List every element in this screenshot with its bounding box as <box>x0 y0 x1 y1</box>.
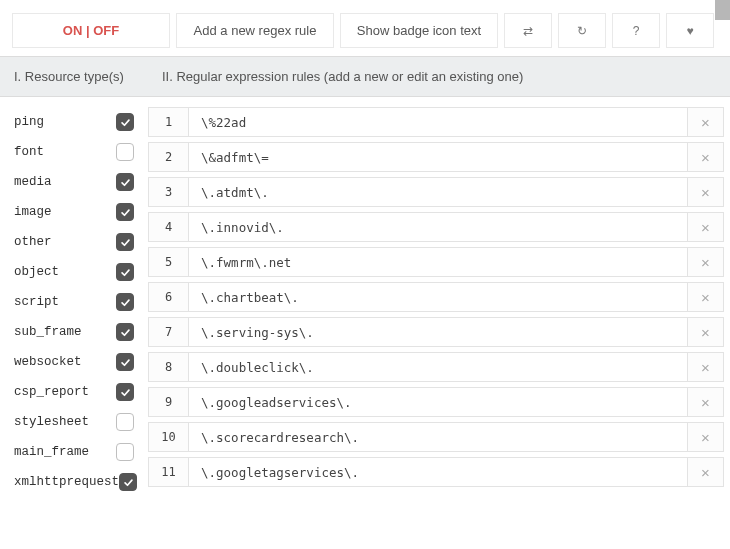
rule-number: 10 <box>149 423 189 451</box>
resource-type-checkbox[interactable] <box>116 443 134 461</box>
resource-type-row: object <box>10 257 138 287</box>
resource-type-checkbox[interactable] <box>116 263 134 281</box>
close-icon: × <box>701 464 710 481</box>
check-icon <box>120 297 131 308</box>
reload-button[interactable]: ⇄ <box>504 13 552 48</box>
reset-button[interactable]: ↻ <box>558 13 606 48</box>
resource-type-row: stylesheet <box>10 407 138 437</box>
resource-type-checkbox[interactable] <box>116 353 134 371</box>
rule-number: 4 <box>149 213 189 241</box>
close-icon: × <box>701 254 710 271</box>
delete-rule-button[interactable]: × <box>687 423 723 451</box>
resource-type-row: other <box>10 227 138 257</box>
add-regex-rule-button[interactable]: Add a new regex rule <box>176 13 334 48</box>
regex-rule-row: 6\.chartbeat\.× <box>148 282 724 312</box>
check-icon <box>120 387 131 398</box>
rule-pattern[interactable]: \.serving-sys\. <box>189 318 687 346</box>
close-icon: × <box>701 359 710 376</box>
resource-type-row: sub_frame <box>10 317 138 347</box>
reload-icon: ↻ <box>577 24 587 38</box>
check-icon <box>120 267 131 278</box>
resource-type-label: other <box>14 235 52 249</box>
resource-type-label: media <box>14 175 52 189</box>
section-header-resource-types: I. Resource type(s) <box>14 69 162 84</box>
rule-pattern[interactable]: \%22ad <box>189 108 687 136</box>
delete-rule-button[interactable]: × <box>687 143 723 171</box>
close-icon: × <box>701 114 710 131</box>
resource-type-row: main_frame <box>10 437 138 467</box>
delete-rule-button[interactable]: × <box>687 213 723 241</box>
resource-type-row: csp_report <box>10 377 138 407</box>
rule-pattern[interactable]: \.innovid\. <box>189 213 687 241</box>
regex-rule-row: 4\.innovid\.× <box>148 212 724 242</box>
resource-type-checkbox[interactable] <box>116 293 134 311</box>
check-icon <box>120 117 131 128</box>
rule-pattern[interactable]: \.chartbeat\. <box>189 283 687 311</box>
resource-type-checkbox[interactable] <box>116 413 134 431</box>
rule-pattern[interactable]: \.googleadservices\. <box>189 388 687 416</box>
rule-pattern[interactable]: \.scorecardresearch\. <box>189 423 687 451</box>
resource-type-row: websocket <box>10 347 138 377</box>
resource-type-label: sub_frame <box>14 325 82 339</box>
resource-type-checkbox[interactable] <box>119 473 137 491</box>
resource-type-label: ping <box>14 115 44 129</box>
close-icon: × <box>701 289 710 306</box>
toolbar: ON | OFF Add a new regex rule Show badge… <box>0 0 730 56</box>
delete-rule-button[interactable]: × <box>687 458 723 486</box>
resource-type-row: image <box>10 197 138 227</box>
resource-type-row: ping <box>10 107 138 137</box>
resource-type-checkbox[interactable] <box>116 143 134 161</box>
delete-rule-button[interactable]: × <box>687 353 723 381</box>
rule-pattern[interactable]: \&adfmt\= <box>189 143 687 171</box>
rule-number: 9 <box>149 388 189 416</box>
onoff-toggle-button[interactable]: ON | OFF <box>12 13 170 48</box>
show-badge-icon-text-button[interactable]: Show badge icon text <box>340 13 498 48</box>
rule-pattern[interactable]: \.fwmrm\.net <box>189 248 687 276</box>
rule-number: 11 <box>149 458 189 486</box>
resource-type-checkbox[interactable] <box>116 323 134 341</box>
close-icon: × <box>701 394 710 411</box>
close-icon: × <box>701 184 710 201</box>
resource-type-checkbox[interactable] <box>116 383 134 401</box>
delete-rule-button[interactable]: × <box>687 178 723 206</box>
resource-type-list: pingfontmediaimageotherobjectscriptsub_f… <box>0 97 138 543</box>
help-button[interactable]: ? <box>612 13 660 48</box>
rule-number: 8 <box>149 353 189 381</box>
resource-type-row: font <box>10 137 138 167</box>
main-area: pingfontmediaimageotherobjectscriptsub_f… <box>0 97 730 543</box>
rule-number: 6 <box>149 283 189 311</box>
delete-rule-button[interactable]: × <box>687 248 723 276</box>
resource-type-row: xmlhttprequest <box>10 467 138 497</box>
section-header-regex-rules: II. Regular expression rules (add a new … <box>162 69 716 84</box>
check-icon <box>120 357 131 368</box>
rule-number: 1 <box>149 108 189 136</box>
resource-type-label: main_frame <box>14 445 89 459</box>
section-header: I. Resource type(s) II. Regular expressi… <box>0 56 730 97</box>
rule-pattern[interactable]: \.googletagservices\. <box>189 458 687 486</box>
check-icon <box>123 477 134 488</box>
favorite-button[interactable]: ♥ <box>666 13 714 48</box>
swap-icon: ⇄ <box>523 24 533 38</box>
resource-type-label: script <box>14 295 59 309</box>
resource-type-label: font <box>14 145 44 159</box>
delete-rule-button[interactable]: × <box>687 318 723 346</box>
resource-type-checkbox[interactable] <box>116 113 134 131</box>
resource-type-label: stylesheet <box>14 415 89 429</box>
resource-type-row: media <box>10 167 138 197</box>
regex-rule-row: 11\.googletagservices\.× <box>148 457 724 487</box>
rule-pattern[interactable]: \.doubleclick\. <box>189 353 687 381</box>
close-icon: × <box>701 429 710 446</box>
regex-rule-row: 8\.doubleclick\.× <box>148 352 724 382</box>
resource-type-checkbox[interactable] <box>116 203 134 221</box>
delete-rule-button[interactable]: × <box>687 283 723 311</box>
resource-type-checkbox[interactable] <box>116 233 134 251</box>
rule-pattern[interactable]: \.atdmt\. <box>189 178 687 206</box>
regex-rule-row: 9\.googleadservices\.× <box>148 387 724 417</box>
close-icon: × <box>701 324 710 341</box>
delete-rule-button[interactable]: × <box>687 108 723 136</box>
resource-type-checkbox[interactable] <box>116 173 134 191</box>
delete-rule-button[interactable]: × <box>687 388 723 416</box>
heart-icon: ♥ <box>686 24 693 38</box>
check-icon <box>120 177 131 188</box>
rule-number: 3 <box>149 178 189 206</box>
